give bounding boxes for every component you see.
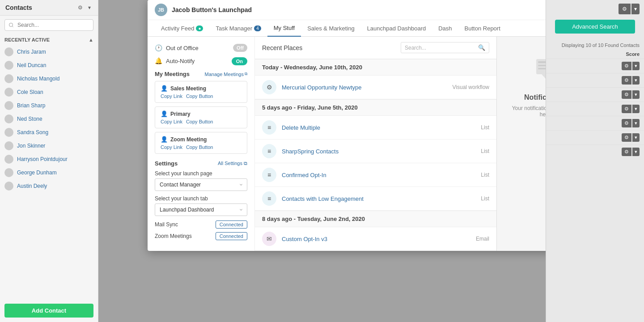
recent-search-input[interactable] xyxy=(405,45,476,51)
contact-item[interactable]: Nicholas Mangold xyxy=(0,72,98,85)
row-gear-group: ⚙ ▾ xyxy=(622,76,640,85)
outer-dropdown-button[interactable]: ▾ xyxy=(631,4,640,14)
toggle-off-label: Off xyxy=(233,44,247,52)
row-gear-button[interactable]: ⚙ xyxy=(622,76,631,85)
row-gear-group: ⚙ ▾ xyxy=(622,148,640,156)
recent-search-container: 🔍 xyxy=(401,42,489,53)
outer-contact-row: ⚙ ▾ xyxy=(546,102,644,116)
feed-item-type: Visual workflow xyxy=(453,84,489,90)
launch-page-select[interactable]: Contact Manager xyxy=(155,178,247,191)
contact-item[interactable]: Chris Jaram xyxy=(0,45,98,59)
contact-name: Neil Duncan xyxy=(17,62,46,68)
row-dropdown-button[interactable]: ▾ xyxy=(632,148,640,156)
feed-item-name[interactable]: Confirmed Opt-In xyxy=(282,172,475,178)
tab-sales-marketing[interactable]: Sales & Marketing xyxy=(301,21,361,36)
all-settings-link[interactable]: All Settings ⧉ xyxy=(218,161,247,166)
contact-name: Sandra Song xyxy=(17,129,48,136)
score-header: Score xyxy=(626,51,640,57)
zoom-meetings-status: Connected xyxy=(216,232,247,240)
meeting-copy-link[interactable]: Copy Link xyxy=(161,119,182,124)
out-of-office-toggle[interactable]: Off xyxy=(233,44,247,52)
feed-item-type: List xyxy=(481,124,489,131)
feed-item-type: List xyxy=(481,148,489,154)
contact-item[interactable]: Harryson Pointdujour xyxy=(0,153,98,166)
contact-item[interactable]: Austin Deely xyxy=(0,179,98,193)
contact-item[interactable]: Cole Sloan xyxy=(0,85,98,99)
row-gear-button[interactable]: ⚙ xyxy=(622,105,631,113)
tab-my-stuff[interactable]: My Stuff xyxy=(267,20,301,37)
meeting-copy-button[interactable]: Copy Button xyxy=(186,119,213,124)
row-gear-button[interactable]: ⚙ xyxy=(622,148,631,156)
contact-item[interactable]: George Dunham xyxy=(0,166,98,179)
tab-activity-feed[interactable]: Activity Feed ● xyxy=(155,21,209,36)
outer-contact-row: ⚙ ▾ xyxy=(546,59,644,73)
meeting-name: 👤 Zoom Meeting xyxy=(161,136,242,143)
displaying-text: Displaying 10 of 10 Found Contacts xyxy=(546,42,644,51)
sidebar-gear-icon[interactable]: ⚙ xyxy=(76,4,85,12)
manage-meetings-link[interactable]: Manage Meetings ⧉ xyxy=(205,72,247,77)
meeting-copy-button[interactable]: Copy Button xyxy=(186,93,213,99)
mail-sync-status: Connected xyxy=(216,220,247,229)
meeting-copy-link[interactable]: Copy Link xyxy=(161,144,182,150)
row-dropdown-button[interactable]: ▾ xyxy=(632,90,640,99)
contact-item[interactable]: Jon Skinner xyxy=(0,139,98,153)
meeting-name: 👤 Sales Meeting xyxy=(161,85,242,92)
recently-active-header: RECENTLY ACTIVE ▲ xyxy=(0,34,98,45)
feed-item-name[interactable]: Delete Multiple xyxy=(282,124,475,131)
tab-dash[interactable]: Dash xyxy=(432,21,458,36)
tab-button-report[interactable]: Button Report xyxy=(458,21,507,36)
contact-avatar xyxy=(4,114,13,123)
row-dropdown-button[interactable]: ▾ xyxy=(632,133,640,142)
contact-item[interactable]: Brian Sharp xyxy=(0,99,98,112)
contact-avatar xyxy=(4,74,13,83)
row-gear-button[interactable]: ⚙ xyxy=(622,90,631,99)
row-dropdown-button[interactable]: ▾ xyxy=(632,76,640,85)
meeting-icon: 👤 xyxy=(161,110,168,117)
date-header: 8 days ago - Tuesday, June 2nd, 2020 xyxy=(255,211,496,227)
row-dropdown-button[interactable]: ▾ xyxy=(632,105,640,113)
launch-tab-label: Select your launch tab xyxy=(155,195,247,202)
feed-item: ≡ SharpSpring Contacts List xyxy=(255,140,496,163)
row-dropdown-button[interactable]: ▾ xyxy=(632,62,640,70)
auto-notify-toggle[interactable]: On xyxy=(232,58,247,64)
contact-avatar xyxy=(4,88,13,97)
meeting-copy-button[interactable]: Copy Button xyxy=(186,144,213,150)
outer-gear-button[interactable]: ⚙ xyxy=(619,4,631,14)
feed-item-name[interactable]: Custom Opt-In v3 xyxy=(282,236,470,242)
launch-tab-select[interactable]: Launchpad Dashboard xyxy=(155,203,247,216)
meeting-copy-link[interactable]: Copy Link xyxy=(161,93,182,99)
contact-name: George Dunham xyxy=(17,169,57,176)
external-link-icon: ⧉ xyxy=(245,72,247,76)
row-gear-button[interactable]: ⚙ xyxy=(622,133,631,142)
contact-name: Jon Skinner xyxy=(17,143,45,149)
advanced-search-button[interactable]: Advanced Search xyxy=(555,20,635,34)
outer-contact-row: ⚙ ▾ xyxy=(546,87,644,102)
row-gear-button[interactable]: ⚙ xyxy=(622,62,631,70)
row-gear-button[interactable]: ⚙ xyxy=(622,119,631,127)
contact-item[interactable]: Neil Duncan xyxy=(0,59,98,72)
toggle-on-label: On xyxy=(232,57,247,65)
feed-item-name[interactable]: SharpSpring Contacts xyxy=(282,148,475,155)
feed-item: ≡ Contacts with Low Engagement List xyxy=(255,187,496,211)
outer-contact-row: ⚙ ▾ xyxy=(546,144,644,159)
feed-item-name[interactable]: Mercurial Opportunity Newtype xyxy=(282,84,447,91)
outer-contact-row: ⚙ ▾ xyxy=(546,116,644,130)
tab-launchpad-dashboard[interactable]: Launchpad Dashboard xyxy=(361,21,432,36)
feed-item: ✉ Custom Opt-In v3 Email xyxy=(255,227,496,251)
main-area: JB Jacob Button's Launchpad × Activity F… xyxy=(98,0,644,322)
sidebar-dropdown-icon[interactable]: ▾ xyxy=(86,4,93,12)
contact-item[interactable]: Ned Stone xyxy=(0,112,98,126)
my-meetings-title: My Meetings xyxy=(155,71,190,77)
tab-task-manager[interactable]: Task Manager 4 xyxy=(209,21,267,36)
meeting-links: Copy Link Copy Button xyxy=(161,93,242,99)
row-dropdown-button[interactable]: ▾ xyxy=(632,119,640,127)
sidebar-search-input[interactable] xyxy=(4,19,93,31)
contact-name: Ned Stone xyxy=(17,116,42,122)
contact-item[interactable]: Sandra Song xyxy=(0,126,98,139)
launch-page-label: Select your launch page xyxy=(155,170,247,177)
feed-item-icon: ✉ xyxy=(262,232,276,246)
row-gear-group: ⚙ ▾ xyxy=(622,90,640,99)
recently-active-toggle-icon[interactable]: ▲ xyxy=(89,37,93,42)
feed-item-name[interactable]: Contacts with Low Engagement xyxy=(282,195,475,202)
add-contact-button[interactable]: Add Contact xyxy=(4,304,93,318)
